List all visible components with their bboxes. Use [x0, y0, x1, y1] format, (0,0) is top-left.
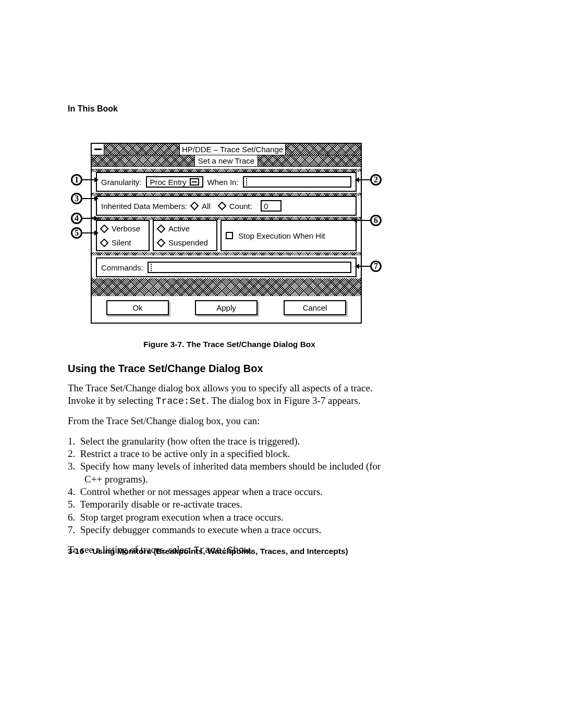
- granularity-dropdown[interactable]: Proc Entry: [146, 176, 203, 188]
- page-number: 3-16: [68, 547, 84, 556]
- verbose-radio[interactable]: Verbose: [101, 224, 140, 233]
- window-menu-button[interactable]: [92, 144, 104, 155]
- stop-execution-panel: Stop Execution When Hit: [221, 220, 357, 251]
- commands-panel: Commands:: [96, 257, 357, 277]
- ok-button[interactable]: Ok: [106, 300, 169, 315]
- when-in-field[interactable]: [243, 176, 351, 188]
- verbosity-group: Verbose Silent: [96, 220, 150, 251]
- apply-button[interactable]: Apply: [195, 300, 258, 315]
- list-item: 3. Specify how many levels of inherited …: [68, 460, 391, 486]
- callout-1: 1: [71, 174, 82, 186]
- paragraph: The Trace Set/Change dialog box allows y…: [68, 382, 391, 408]
- dialog-subtitle: Set a new Trace: [194, 155, 258, 166]
- paragraph: From the Trace Set/Change dialog box, yo…: [68, 415, 391, 427]
- callout-5: 5: [71, 227, 82, 239]
- commands-field[interactable]: [148, 262, 351, 273]
- granularity-value: Proc Entry: [150, 178, 187, 187]
- list-item: 4. Control whether or not messages appea…: [68, 486, 391, 498]
- inherited-members-panel: Inherited Data Members: All Count: 0: [96, 196, 357, 216]
- cancel-button[interactable]: Cancel: [284, 300, 346, 315]
- dialog-button-row: Ok Apply Cancel: [92, 296, 361, 320]
- inherited-label: Inherited Data Members:: [101, 202, 187, 211]
- list-item: 6. Stop target program execution when a …: [68, 511, 391, 524]
- page-footer: 3-16 Using Monitors (Breakpoints, Watchp…: [68, 547, 348, 556]
- active-radio[interactable]: Active: [158, 224, 208, 233]
- inherited-count-field[interactable]: 0: [261, 200, 282, 212]
- callout-6: 6: [370, 215, 382, 226]
- diamond-icon: [217, 202, 226, 211]
- inherited-count-value: 0: [264, 202, 268, 211]
- dialog-subtitle-bar: Set a new Trace: [92, 155, 361, 167]
- dash-icon: [94, 149, 102, 150]
- list-item: 7. Specify debugger commands to execute …: [68, 524, 391, 536]
- callout-3: 3: [71, 193, 82, 204]
- section-heading: Using the Trace Set/Change Dialog Box: [68, 363, 391, 375]
- commands-label: Commands:: [101, 263, 143, 272]
- when-in-label: When In:: [207, 178, 239, 187]
- list-item: 1. Select the granularity (how often the…: [68, 435, 391, 448]
- code-trace-set: Trace:Set: [156, 396, 206, 406]
- footer-title: Using Monitors (Breakpoints, Watchpoints…: [92, 547, 348, 556]
- callout-2: 2: [370, 174, 382, 186]
- callout-7: 7: [370, 261, 382, 272]
- diamond-icon: [157, 224, 166, 233]
- diamond-icon: [100, 224, 109, 233]
- running-header: In This Book: [68, 104, 391, 114]
- trace-set-change-dialog: HP/DDE – Trace Set/Change Set a new Trac…: [91, 143, 362, 324]
- window-title: HP/DDE – Trace Set/Change: [179, 144, 286, 155]
- suspended-radio[interactable]: Suspended: [158, 238, 208, 247]
- callout-4: 4: [71, 213, 82, 224]
- figure-caption: Figure 3-7. The Trace Set/Change Dialog …: [68, 340, 391, 349]
- dropdown-toggle-icon[interactable]: [190, 178, 199, 186]
- diamond-icon: [157, 238, 166, 247]
- diamond-icon: [100, 238, 109, 247]
- titlebar: HP/DDE – Trace Set/Change: [92, 144, 361, 155]
- numbered-list: 1. Select the granularity (how often the…: [68, 435, 391, 537]
- granularity-label: Granularity:: [101, 178, 142, 187]
- inherited-count-radio[interactable]: Count:: [219, 202, 252, 211]
- list-item: 5. Temporarily disable or re-activate tr…: [68, 498, 391, 511]
- silent-radio[interactable]: Silent: [101, 238, 140, 247]
- active-state-group: Active Suspended: [153, 220, 217, 251]
- inherited-all-radio[interactable]: All: [191, 202, 211, 211]
- stop-execution-checkbox[interactable]: Stop Execution When Hit: [226, 231, 325, 240]
- checkbox-icon: [226, 232, 233, 239]
- figure-3-7: HP/DDE – Trace Set/Change Set a new Trac…: [68, 143, 391, 329]
- diamond-icon: [190, 202, 199, 211]
- granularity-panel: Granularity: Proc Entry When In:: [96, 172, 357, 192]
- list-item: 2. Restrict a trace to be active only in…: [68, 448, 391, 460]
